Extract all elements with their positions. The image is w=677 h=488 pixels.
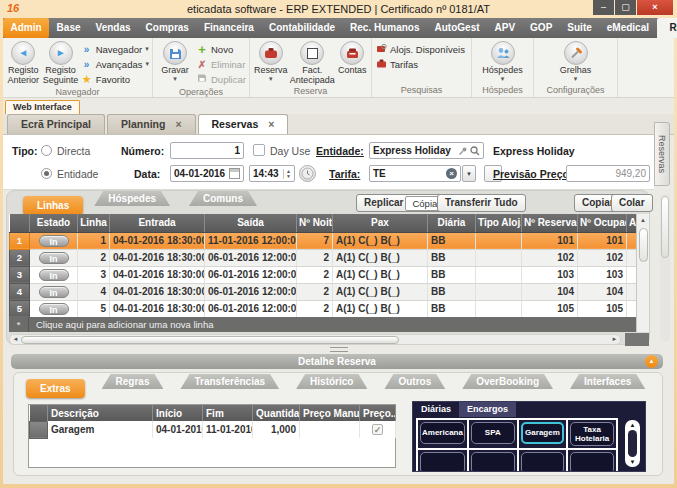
tile-partial[interactable] [471,452,515,472]
tile-partial[interactable] [420,452,465,472]
col-estado[interactable]: Estado [30,214,78,232]
grid-cell-reservado[interactable]: 102 [522,249,578,266]
clear-icon[interactable]: × [446,168,457,179]
grid-cell-saida[interactable]: 06-01-2016 12:00:00 [205,283,297,300]
tile-taxa-hotelaria[interactable]: Taxa Hotelaria [570,422,614,446]
grelhas-button[interactable]: Grelhas ▾ [551,41,601,82]
grid-hscroll-thumb[interactable] [21,336,399,344]
data-field[interactable]: 04-01-2016 [170,165,244,182]
grid-cell-linha[interactable]: 1 [78,232,110,249]
grid-row[interactable]: 1 In 1 04-01-2016 18:30:00 11-01-2016 12… [10,232,650,249]
menu-tab-base[interactable]: Base [49,18,88,38]
tab-transferencias[interactable]: Transferências [180,374,279,389]
minimize-button[interactable]: – [593,0,614,15]
page-scrollbar[interactable] [660,194,670,342]
cell-fim[interactable]: 11-01-2016 [203,421,253,438]
menu-tab-apv[interactable]: APV [487,18,523,38]
scroll-left-icon[interactable]: ◄ [10,335,21,344]
grid-cell-entrada[interactable]: 04-01-2016 18:30:00 [110,249,205,266]
menu-tab-suite[interactable]: Suite [560,18,599,38]
spin-down-icon[interactable]: ▼ [286,174,291,179]
col-preco[interactable]: Preço... [360,405,396,421]
menu-tab-admin[interactable]: Admin [3,18,49,38]
cell-quantidade[interactable]: 1,000 [253,421,300,438]
tarifa-field[interactable]: TE × [369,165,461,182]
estado-pill[interactable]: In [39,252,69,264]
grid-cell-saida[interactable]: 06-01-2016 12:00:00 [205,249,297,266]
col-entrada[interactable]: Entrada [110,214,205,232]
grid-cell-linha[interactable]: 3 [78,266,110,283]
grid-cell-entrada[interactable]: 04-01-2016 18:30:00 [110,232,205,249]
scroll-up-icon[interactable]: ▲ [637,214,649,226]
close-button[interactable]: × [637,0,673,15]
collapse-icon[interactable]: ▲ [645,355,658,368]
doc-tab-reservas[interactable]: Reservas × [198,114,289,134]
grid-cell-noites[interactable]: 2 [297,283,333,300]
grid-cell-ocupado[interactable]: 104 [578,283,627,300]
doc-tab-ecra-principal[interactable]: Ecrã Principal [7,114,105,134]
entidade-radio[interactable] [41,168,52,179]
grid-horizontal-scrollbar[interactable]: ◄ ► [9,334,621,345]
tab-extras[interactable]: Extras [26,379,85,398]
day-use-checkbox[interactable] [253,144,265,156]
menu-tab-rec-humanos[interactable]: Rec. Humanos [343,18,427,38]
grid-row[interactable]: 5 In 5 04-01-2016 18:30:00 06-01-2016 12… [10,300,650,317]
add-new-line-row[interactable]: * Clique aqui para adicionar uma nova li… [9,317,649,332]
row-header[interactable]: 2 [10,249,30,266]
grid-row[interactable]: 2 In 2 04-01-2016 18:30:00 06-01-2016 12… [10,249,650,266]
estado-pill[interactable]: In [39,286,69,298]
scroll-up-icon[interactable]: ▲ [630,421,636,429]
col-reservado[interactable]: Nº Reservado [522,214,578,232]
col-fim[interactable]: Fim [203,405,253,421]
grid-cell-reservado[interactable]: 105 [522,300,578,317]
time-spinner[interactable]: ▲ ▼ [283,169,291,179]
tile-partial[interactable] [570,452,614,472]
doc-tab-planning[interactable]: Planning × [107,114,195,134]
tile-garagem[interactable]: Garagem [521,422,565,444]
entidade-label[interactable]: Entidade: [316,145,364,157]
side-tab-reservas[interactable]: Reservas [654,122,670,186]
col-saida[interactable]: Saída [205,214,297,232]
contas-button[interactable]: Contas [336,41,368,76]
grid-cell-diaria[interactable]: BB [428,266,476,283]
tab-outros[interactable]: Outros [384,374,445,389]
cell-inicio[interactable]: 04-01-2016 [153,421,203,438]
transferir-tudo-button[interactable]: Transferir Tudo [437,194,526,212]
extras-row[interactable]: Garagem 04-01-2016 11-01-2016 1,000 ✓ [30,421,396,438]
grid-cell-ocupado[interactable]: 103 [578,266,627,283]
tab-regras[interactable]: Regras [102,374,164,389]
grid-cell-saida[interactable]: 06-01-2016 12:00:00 [205,266,297,283]
day-use-label[interactable]: Day Use [270,145,310,157]
grid-vertical-scrollbar[interactable]: ▲ [636,214,649,332]
grid-cell-noites[interactable]: 2 [297,249,333,266]
entidade-field[interactable]: Express Holiday [369,142,484,159]
grid-cell-pax[interactable]: A(1) C(_) B(_) [333,300,428,317]
grid-cell-noites[interactable]: 7 [297,232,333,249]
grid-cell-diaria[interactable]: BB [428,300,476,317]
pin-icon[interactable] [458,146,468,156]
grid-cell-reservado[interactable]: 101 [522,232,578,249]
grid-cell-reservado[interactable]: 104 [522,283,578,300]
grid-cell-entrada[interactable]: 04-01-2016 18:30:00 [110,283,205,300]
menu-tab-gop[interactable]: GOP [523,18,560,38]
grid-row[interactable]: 4 In 4 04-01-2016 18:30:00 06-01-2016 12… [10,283,650,300]
tarifa-label[interactable]: Tarifa: [329,168,360,180]
close-tab-icon[interactable]: × [175,115,181,134]
grid-cell-diaria[interactable]: BB [428,249,476,266]
tarifa-dropdown-button[interactable]: ▼ [462,165,476,182]
row-header[interactable] [30,421,48,438]
page-scrollbar-thumb[interactable] [661,196,669,258]
scroll-right-icon[interactable]: ► [609,335,620,344]
row-header[interactable]: 4 [10,283,30,300]
cell-preco-incluido[interactable]: ✓ [360,421,396,438]
tarifas-button[interactable]: Tarifas [375,57,465,71]
menu-tab-financeira[interactable]: Financeira [196,18,261,38]
avancadas-menu-button[interactable]: » Avançadas ▾ [81,57,149,71]
hospedes-button[interactable]: Hóspedes ▾ [478,41,528,82]
entidade-radio-label[interactable]: Entidade [57,168,98,180]
grid-cell-reservado[interactable]: 103 [522,266,578,283]
menu-tab-contabilidade[interactable]: Contabilidade [261,18,342,38]
eliminar-button[interactable]: ✗ Eliminar [196,57,246,71]
cell-preco-manual[interactable] [300,421,360,438]
grid-cell-tipo-aloj[interactable] [476,249,522,266]
